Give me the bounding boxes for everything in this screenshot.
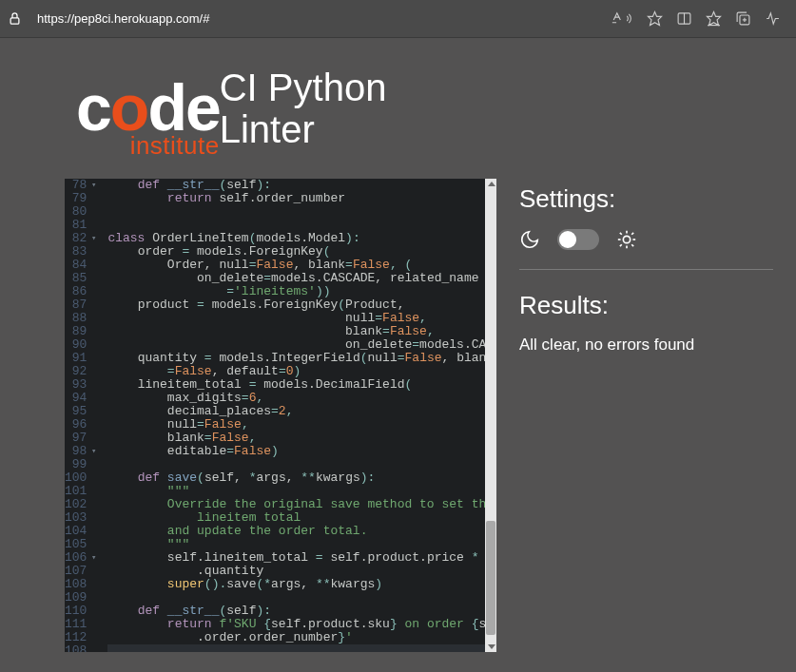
side-panel: Settings: Results: All clear, no errors …: [519, 179, 773, 652]
url-input[interactable]: https://pep8ci.herokuapp.com/#: [29, 8, 602, 29]
scrollbar-thumb[interactable]: [486, 521, 495, 635]
favorite-star-icon[interactable]: [647, 10, 663, 27]
app-title: CI Python Linter: [220, 67, 387, 150]
lock-icon: [8, 11, 22, 26]
browser-actions: [610, 10, 788, 27]
collections-icon[interactable]: [735, 10, 751, 27]
logo-code: code: [76, 79, 220, 137]
split-screen-icon[interactable]: [676, 10, 692, 27]
results-message: All clear, no errors found: [519, 336, 773, 355]
sun-icon: [616, 229, 637, 250]
app-header: code institute CI Python Linter: [0, 38, 796, 160]
svg-line-17: [631, 233, 633, 235]
svg-rect-0: [10, 18, 19, 24]
svg-marker-1: [648, 11, 661, 25]
svg-point-9: [623, 236, 630, 242]
editor-gutter: 78▾79808182▾8384858687888990919293949596…: [65, 179, 92, 652]
svg-line-13: [631, 244, 633, 246]
read-aloud-icon[interactable]: [610, 10, 633, 27]
favorites-list-icon[interactable]: [706, 10, 722, 27]
main-content: 78▾79808182▾8384858687888990919293949596…: [0, 160, 796, 652]
svg-line-16: [620, 244, 622, 246]
code-editor[interactable]: 78▾79808182▾8384858687888990919293949596…: [65, 179, 496, 652]
browser-address-bar: https://pep8ci.herokuapp.com/#: [0, 0, 796, 38]
editor-code-area[interactable]: def __str__(self): return self.order_num…: [92, 179, 496, 652]
theme-settings-row: [519, 229, 773, 270]
performance-icon[interactable]: [765, 10, 781, 27]
svg-line-12: [620, 233, 622, 235]
moon-icon: [519, 229, 540, 250]
settings-heading: Settings:: [519, 184, 773, 214]
results-heading: Results:: [519, 291, 773, 320]
svg-marker-4: [707, 11, 720, 25]
logo-institute: institute: [130, 131, 220, 161]
logo: code institute: [76, 79, 220, 137]
toggle-knob: [559, 231, 576, 248]
editor-scrollbar[interactable]: [485, 179, 496, 652]
theme-toggle[interactable]: [557, 229, 599, 250]
